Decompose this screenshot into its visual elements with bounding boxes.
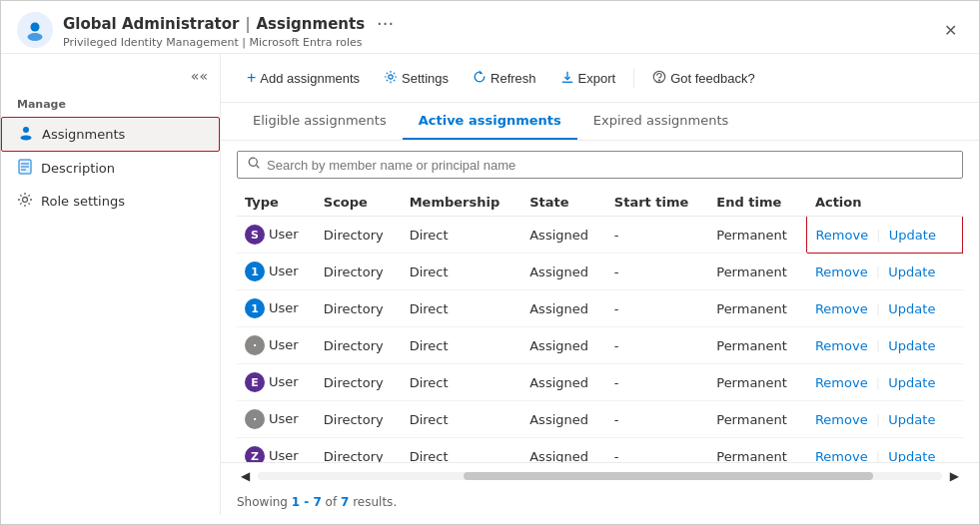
remove-link-5[interactable]: Remove — [815, 412, 868, 427]
cell-type-1: 1User — [237, 254, 316, 290]
footer-prefix: Showing — [237, 495, 292, 509]
sidebar-item-assignments-label: Assignments — [42, 127, 125, 142]
cell-end_time-3: Permanent — [708, 327, 807, 364]
table-row: ·UserDirectoryDirectAssigned-PermanentRe… — [237, 327, 963, 364]
cell-type-0: SUser — [237, 217, 316, 254]
cell-type-4: EUser — [237, 364, 316, 401]
cell-state-3: Assigned — [521, 327, 606, 364]
svg-point-3 — [21, 136, 32, 141]
refresh-icon — [473, 70, 487, 87]
svg-point-0 — [31, 23, 40, 32]
search-input[interactable] — [267, 158, 952, 173]
assignments-table: Type Scope Membership State Start time E… — [237, 189, 963, 462]
action-separator-1: | — [872, 264, 885, 279]
cell-state-5: Assigned — [521, 401, 606, 438]
row-icon: 1 — [245, 298, 265, 318]
settings-button[interactable]: Settings — [374, 65, 459, 92]
settings-label: Settings — [402, 71, 449, 86]
table-row: EUserDirectoryDirectAssigned-PermanentRe… — [237, 364, 963, 401]
remove-link-6[interactable]: Remove — [815, 449, 868, 463]
tab-active[interactable]: Active assignments — [403, 103, 577, 140]
update-link-1[interactable]: Update — [888, 264, 935, 279]
header-dots[interactable]: ··· — [371, 11, 400, 36]
search-icon — [248, 157, 261, 173]
sidebar-item-role-settings[interactable]: Role settings — [1, 185, 220, 218]
tab-expired[interactable]: Expired assignments — [577, 103, 745, 140]
svg-point-8 — [23, 198, 28, 203]
svg-point-1 — [28, 33, 43, 41]
col-action: Action — [807, 189, 963, 217]
cell-end_time-6: Permanent — [708, 438, 807, 463]
cell-scope-4: Directory — [316, 364, 402, 401]
sidebar-collapse-area: «« — [1, 62, 220, 90]
cell-membership-0: Direct — [402, 217, 522, 254]
cell-scope-2: Directory — [316, 290, 402, 327]
remove-link-0[interactable]: Remove — [815, 228, 868, 243]
close-button[interactable]: ✕ — [938, 19, 963, 42]
sidebar-item-assignments[interactable]: Assignments — [1, 117, 220, 152]
svg-point-14 — [249, 158, 257, 166]
settings-icon — [384, 70, 398, 87]
cell-end_time-5: Permanent — [708, 401, 807, 438]
header-title: Global Administrator — [63, 15, 239, 33]
col-type: Type — [237, 189, 316, 217]
refresh-button[interactable]: Refresh — [463, 65, 546, 92]
remove-link-2[interactable]: Remove — [815, 301, 868, 316]
cell-action-3: Remove | Update — [807, 327, 963, 364]
scroll-right-arrow[interactable]: ▶ — [946, 467, 963, 485]
remove-link-3[interactable]: Remove — [815, 338, 868, 353]
cell-start_time-2: - — [606, 290, 708, 327]
action-separator-2: | — [872, 301, 885, 316]
col-start-time: Start time — [606, 189, 708, 217]
tab-eligible[interactable]: Eligible assignments — [237, 103, 403, 140]
avatar — [17, 12, 53, 48]
feedback-icon — [652, 70, 666, 87]
cell-membership-6: Direct — [402, 438, 522, 463]
scroll-track[interactable] — [258, 472, 942, 480]
table-row: ·UserDirectoryDirectAssigned-PermanentRe… — [237, 401, 963, 438]
remove-link-4[interactable]: Remove — [815, 375, 868, 390]
cell-action-4: Remove | Update — [807, 364, 963, 401]
action-separator-5: | — [872, 412, 885, 427]
update-link-4[interactable]: Update — [888, 375, 935, 390]
refresh-label: Refresh — [490, 71, 536, 86]
cell-start_time-3: - — [606, 327, 708, 364]
sidebar-item-role-settings-label: Role settings — [41, 194, 125, 209]
cell-end_time-0: Permanent — [708, 217, 807, 254]
person-icon — [18, 125, 34, 144]
feedback-button[interactable]: Got feedback? — [642, 65, 765, 92]
cell-state-2: Assigned — [521, 290, 606, 327]
cell-end_time-4: Permanent — [708, 364, 807, 401]
cell-scope-0: Directory — [316, 217, 402, 254]
cell-membership-3: Direct — [402, 327, 522, 364]
table-row: 1UserDirectoryDirectAssigned-PermanentRe… — [237, 254, 963, 290]
collapse-icon[interactable]: «« — [187, 66, 212, 86]
update-link-0[interactable]: Update — [889, 228, 936, 243]
add-assignments-button[interactable]: + Add assignments — [237, 64, 370, 92]
tabs: Eligible assignments Active assignments … — [221, 103, 979, 141]
header-separator: | — [245, 15, 250, 33]
update-link-6[interactable]: Update — [888, 449, 935, 463]
table-row: 1UserDirectoryDirectAssigned-PermanentRe… — [237, 290, 963, 327]
update-link-3[interactable]: Update — [888, 338, 935, 353]
add-icon: + — [247, 69, 256, 87]
row-icon: · — [245, 409, 265, 429]
header-page: Assignments — [256, 15, 365, 33]
export-button[interactable]: Export — [550, 65, 626, 92]
main-content: + Add assignments Settings — [221, 54, 979, 515]
header-titles: Global Administrator | Assignments ··· P… — [63, 11, 400, 49]
cell-scope-3: Directory — [316, 327, 402, 364]
update-link-5[interactable]: Update — [888, 412, 935, 427]
add-assignments-label: Add assignments — [260, 71, 360, 86]
cell-scope-1: Directory — [316, 254, 402, 290]
cell-type-2: 1User — [237, 290, 316, 327]
scroll-left-arrow[interactable]: ◀ — [237, 467, 254, 485]
remove-link-1[interactable]: Remove — [815, 264, 868, 279]
cell-start_time-5: - — [606, 401, 708, 438]
update-link-2[interactable]: Update — [888, 301, 935, 316]
svg-line-15 — [257, 166, 260, 169]
row-icon: Z — [245, 446, 265, 462]
search-bar[interactable] — [237, 151, 963, 179]
cell-action-0: Remove | Update — [807, 217, 963, 254]
sidebar-item-description[interactable]: Description — [1, 152, 220, 185]
